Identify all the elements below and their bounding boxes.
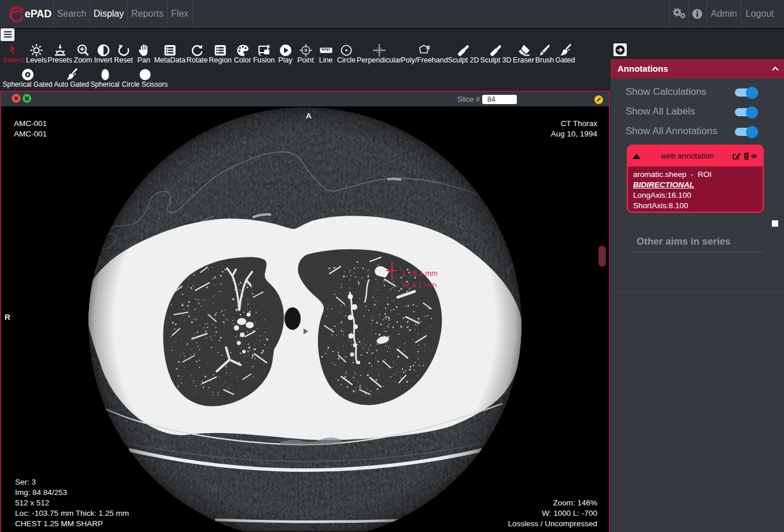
- svg-text:Ser: 3: Ser: 3: [15, 478, 36, 486]
- svg-text:L 16.1 mm: L 16.1 mm: [402, 269, 438, 278]
- svg-text:A: A: [306, 112, 312, 120]
- svg-text:W: 1000 L: -700: W: 1000 L: -700: [542, 509, 597, 518]
- svg-text:Loc: -103.75 mm Thick: 1.25 mm: Loc: -103.75 mm Thick: 1.25 mm: [15, 509, 129, 518]
- svg-text:CT Thorax: CT Thorax: [561, 119, 598, 128]
- svg-text:CHEST 1.25 MM SHARP: CHEST 1.25 MM SHARP: [15, 519, 103, 528]
- svg-text:Aug 10, 1994: Aug 10, 1994: [551, 130, 598, 138]
- svg-text:Img: 84 84/253: Img: 84 84/253: [15, 488, 67, 497]
- svg-text:AMC-001: AMC-001: [14, 119, 47, 128]
- svg-text:R: R: [5, 313, 10, 322]
- svg-text:AMC-001: AMC-001: [14, 130, 47, 138]
- svg-text:Zoom: 146%: Zoom: 146%: [553, 498, 597, 507]
- svg-text:512 x 512: 512 x 512: [15, 498, 49, 507]
- svg-text:W 8.1 mm: W 8.1 mm: [402, 280, 437, 289]
- svg-text:Lossless / Uncompressed: Lossless / Uncompressed: [508, 519, 597, 528]
